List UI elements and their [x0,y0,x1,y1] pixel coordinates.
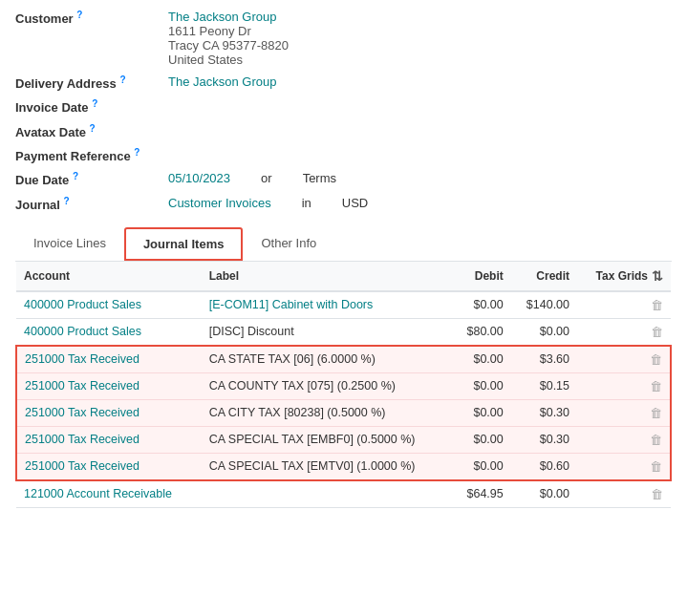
account-link[interactable]: 251000 Tax Received [25,352,140,366]
delivery-address-value: The Jackson Group [168,74,276,89]
cell-debit: $0.00 [452,346,510,373]
table-row: 251000 Tax ReceivedCA COUNTY TAX [075] (… [16,372,671,399]
tab-other-info[interactable]: Other Info [243,227,334,261]
tab-journal-items[interactable]: Journal Items [124,227,244,261]
delete-icon[interactable]: 🗑 [651,325,663,339]
due-date-terms: Terms [303,171,336,185]
col-account: Account [16,262,202,291]
invoice-date-help-icon[interactable]: ? [92,98,97,109]
cell-actions: 🗑 [577,318,671,346]
table-row: 400000 Product Sales[E-COM11] Cabinet wi… [16,291,671,319]
invoice-date-label: Invoice Date ? [15,98,168,115]
delivery-help-icon[interactable]: ? [119,74,125,85]
settings-icon[interactable]: ⇅ [652,268,663,284]
account-link[interactable]: 251000 Tax Received [25,433,140,446]
label-link[interactable]: [E-COM11] Cabinet with Doors [209,298,374,311]
cell-credit: $0.30 [511,399,577,426]
delete-icon[interactable]: 🗑 [650,352,662,367]
account-link[interactable]: 251000 Tax Received [25,379,140,393]
table-header-row: Account Label Debit Credit Tax Grids ⇅ [16,262,671,291]
cell-credit: $0.00 [511,480,577,508]
payment-reference-label: Payment Reference ? [15,147,168,163]
customer-address-2: Tracy CA 95377-8820 [168,38,289,53]
due-date-label: Due Date ? [15,171,168,187]
col-credit: Credit [511,262,577,291]
delete-icon[interactable]: 🗑 [650,433,662,447]
cell-label [202,480,453,508]
cell-account: 121000 Account Receivable [16,480,202,508]
journal-value: Customer Invoices [168,196,271,210]
due-date-row: 05/10/2023 or Terms [168,171,336,185]
delivery-address-field: Delivery Address ? The Jackson Group [15,74,672,91]
cell-label: CA STATE TAX [06] (6.0000 %) [202,346,453,373]
cell-credit: $3.60 [511,346,577,373]
cell-credit: $0.00 [511,318,577,346]
cell-actions: 🗑 [577,372,671,399]
tab-invoice-lines[interactable]: Invoice Lines [15,227,124,261]
cell-label: CA SPECIAL TAX [EMBF0] (0.5000 %) [202,426,453,453]
cell-account: 251000 Tax Received [16,372,202,399]
account-link[interactable]: 400000 Product Sales [24,325,141,338]
avatax-date-help-icon[interactable]: ? [90,123,96,134]
customer-value: The Jackson Group 1611 Peony Dr Tracy CA… [168,10,289,67]
cell-debit: $0.00 [452,453,510,480]
cell-label: [DISC] Discount [202,318,453,346]
due-date-value: 05/10/2023 [168,171,230,185]
delivery-address-label: Delivery Address ? [15,74,168,91]
customer-field: Customer ? The Jackson Group 1611 Peony … [15,10,672,67]
cell-debit: $64.95 [452,480,510,508]
cell-account: 251000 Tax Received [16,453,202,480]
cell-actions: 🗑 [577,399,671,426]
delete-icon[interactable]: 🗑 [651,298,663,312]
cell-credit: $0.15 [511,372,577,399]
customer-label: Customer ? [15,10,168,26]
cell-account: 400000 Product Sales [16,318,202,346]
avatax-date-field: Avatax Date ? [15,123,672,139]
cell-credit: $0.30 [511,426,577,453]
cell-debit: $0.00 [452,291,510,319]
journal-table: Account Label Debit Credit Tax Grids ⇅ 4… [15,262,672,508]
delivery-address-link[interactable]: The Jackson Group [168,74,276,89]
journal-help-icon[interactable]: ? [64,196,70,206]
customer-help-icon[interactable]: ? [76,10,82,20]
delete-icon[interactable]: 🗑 [650,459,662,474]
cell-label: [E-COM11] Cabinet with Doors [202,291,453,319]
cell-credit: $0.60 [511,453,577,480]
delete-icon[interactable]: 🗑 [651,487,663,501]
table-row: 251000 Tax ReceivedCA STATE TAX [06] (6.… [16,346,671,373]
journal-row: Customer Invoices in USD [168,196,368,210]
avatax-date-label: Avatax Date ? [15,123,168,139]
customer-address-3: United States [168,53,289,67]
due-date-help-icon[interactable]: ? [73,171,78,181]
table-row: 251000 Tax ReceivedCA SPECIAL TAX [EMTV0… [16,453,671,480]
journal-in: in [302,196,311,210]
customer-name-link[interactable]: The Jackson Group [168,10,276,24]
cell-label: CA CITY TAX [80238] (0.5000 %) [202,399,453,426]
account-link[interactable]: 251000 Tax Received [25,406,140,419]
col-tax-grids: Tax Grids ⇅ [577,262,671,291]
payment-reference-help-icon[interactable]: ? [134,147,140,158]
journal-field: Journal ? Customer Invoices in USD [15,196,672,212]
due-date-field: Due Date ? 05/10/2023 or Terms [15,171,672,187]
delete-icon[interactable]: 🗑 [650,379,662,393]
journal-currency: USD [342,196,368,210]
table-row: 121000 Account Receivable$64.95$0.00🗑 [16,480,671,508]
account-link[interactable]: 121000 Account Receivable [24,487,172,500]
delete-icon[interactable]: 🗑 [650,406,662,420]
main-container: Customer ? The Jackson Group 1611 Peony … [0,0,687,518]
cell-debit: $80.00 [452,318,510,346]
invoice-date-field: Invoice Date ? [15,98,672,115]
due-date-or: or [261,171,272,185]
tab-bar: Invoice Lines Journal Items Other Info [15,227,672,262]
col-debit: Debit [452,262,510,291]
customer-address-1: 1611 Peony Dr [168,24,289,38]
table-body: 400000 Product Sales[E-COM11] Cabinet wi… [16,291,671,508]
cell-debit: $0.00 [452,399,510,426]
cell-actions: 🗑 [577,291,671,319]
journal-label: Journal ? [15,196,168,212]
account-link[interactable]: 400000 Product Sales [24,298,141,311]
cell-account: 251000 Tax Received [16,426,202,453]
cell-label: CA SPECIAL TAX [EMTV0] (1.0000 %) [202,453,453,480]
account-link[interactable]: 251000 Tax Received [25,459,140,473]
cell-actions: 🗑 [577,480,671,508]
